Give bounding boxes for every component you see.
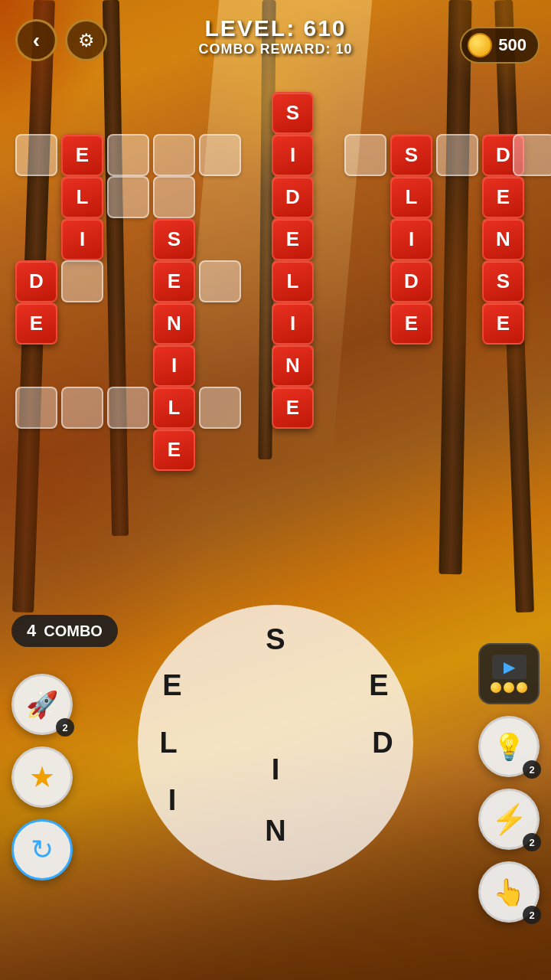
tile-N-r3c11: N bbox=[482, 218, 524, 260]
wheel-letter-N-bottom[interactable]: N bbox=[256, 812, 295, 850]
tile-I-r5c6: I bbox=[272, 302, 314, 345]
tile-N-r5c3: N bbox=[153, 302, 195, 345]
rocket-button[interactable]: 🚀 2 bbox=[11, 674, 73, 735]
right-panel: ▶ 💡 2 ⚡ 2 👆 2 bbox=[478, 643, 540, 923]
tile-empty-r2c2 bbox=[107, 176, 149, 218]
tile-D-r4c8: D bbox=[390, 260, 432, 302]
wheel-letter-I-lower[interactable]: I bbox=[256, 750, 295, 789]
tile-empty-r4c4 bbox=[199, 260, 241, 302]
rocket-icon: 🚀 bbox=[26, 689, 58, 720]
lightning-icon: ⚡ bbox=[491, 802, 527, 836]
bulb-count-badge: 2 bbox=[523, 760, 541, 779]
tile-S-r1c8: S bbox=[390, 134, 432, 176]
combo-number: 4 bbox=[27, 621, 36, 641]
video-coins bbox=[491, 682, 527, 693]
wheel-letter-L-left[interactable]: L bbox=[149, 724, 187, 762]
tile-L-r4c6: L bbox=[272, 260, 314, 302]
wheel-letter-E-upper[interactable]: E bbox=[153, 666, 191, 704]
small-coin-1 bbox=[491, 682, 501, 693]
coin-icon bbox=[468, 33, 492, 57]
tile-E-r3c6: E bbox=[272, 218, 314, 260]
tile-empty-r4c1 bbox=[61, 260, 103, 302]
left-panel: 🚀 2 ★ ↻ bbox=[11, 674, 73, 880]
tile-S-r4c11: S bbox=[482, 260, 524, 302]
hand-button[interactable]: 👆 2 bbox=[478, 861, 540, 923]
video-icon: ▶ bbox=[492, 655, 527, 679]
tile-I-r6c3: I bbox=[153, 345, 195, 387]
refresh-icon: ↻ bbox=[31, 834, 54, 866]
bulb-icon: 💡 bbox=[493, 731, 525, 762]
tile-empty-r1c0 bbox=[15, 134, 57, 176]
lightning-button[interactable]: ⚡ 2 bbox=[478, 789, 540, 850]
tile-empty-r7c0 bbox=[15, 387, 57, 429]
tile-empty-r1c2 bbox=[107, 134, 149, 176]
combo-reward-label: COMBO REWARD: 10 bbox=[198, 41, 352, 57]
tile-D-r4c0: D bbox=[15, 260, 57, 302]
tile-empty-r2c3 bbox=[153, 176, 195, 218]
tile-S-row0-col6: S bbox=[272, 92, 314, 134]
small-coin-3 bbox=[517, 682, 527, 693]
tile-E-r4c3: E bbox=[153, 260, 195, 302]
star-button[interactable]: ★ bbox=[11, 746, 73, 808]
tile-N-r6c6: N bbox=[272, 345, 314, 387]
tile-I-r1c6: I bbox=[272, 134, 314, 176]
tile-I-r3c1: I bbox=[61, 218, 103, 260]
tile-E-r5c8: E bbox=[390, 302, 432, 345]
tile-empty-r7c4 bbox=[199, 387, 241, 429]
tile-E-r1c1: E bbox=[61, 134, 103, 176]
letter-wheel[interactable]: S E D N I L I E bbox=[138, 605, 413, 880]
tile-empty-r1c12 bbox=[513, 134, 551, 176]
tile-E-r7c6: E bbox=[272, 387, 314, 429]
level-label: LEVEL: 610 bbox=[204, 15, 346, 41]
lightning-count-badge: 2 bbox=[523, 833, 541, 851]
coin-count: 500 bbox=[498, 35, 527, 55]
tile-L-r7c3: L bbox=[153, 387, 195, 429]
wheel-letter-D-right[interactable]: D bbox=[364, 724, 402, 762]
tile-empty-r7c2 bbox=[107, 387, 149, 429]
tile-empty-r1c4 bbox=[199, 134, 241, 176]
tile-I-r3c8: I bbox=[390, 218, 432, 260]
tile-E-r8c3: E bbox=[153, 429, 195, 471]
tile-E-r5c0: E bbox=[15, 302, 57, 345]
tile-L-r2c8: L bbox=[390, 176, 432, 218]
small-coin-2 bbox=[504, 682, 514, 693]
tile-E-r2c11: E bbox=[482, 176, 524, 218]
combo-badge: 4 COMBO bbox=[11, 615, 118, 647]
tile-empty-r1c9 bbox=[436, 134, 478, 176]
tile-empty-r7c1 bbox=[61, 387, 103, 429]
star-icon: ★ bbox=[29, 760, 55, 794]
rocket-count-badge: 2 bbox=[56, 718, 74, 737]
hand-icon: 👆 bbox=[493, 877, 525, 907]
tile-empty-r1c7 bbox=[344, 134, 386, 176]
wheel-letter-E-topright[interactable]: E bbox=[360, 666, 398, 704]
wheel-letter-S-top[interactable]: S bbox=[256, 620, 295, 658]
wheel-letter-I-bottomleft[interactable]: I bbox=[153, 781, 191, 819]
tile-D-r2c6: D bbox=[272, 176, 314, 218]
video-button[interactable]: ▶ bbox=[478, 643, 540, 704]
combo-text: COMBO bbox=[44, 622, 103, 640]
coins-display: 500 bbox=[460, 27, 540, 64]
tile-L-r2c1: L bbox=[61, 176, 103, 218]
tile-S-r3c3: S bbox=[153, 218, 195, 260]
tile-empty-r1c3 bbox=[153, 134, 195, 176]
hand-count-badge: 2 bbox=[523, 906, 541, 924]
refresh-button[interactable]: ↻ bbox=[11, 819, 73, 880]
bulb-button[interactable]: 💡 2 bbox=[478, 716, 540, 777]
tile-E-r5c11: E bbox=[482, 302, 524, 345]
